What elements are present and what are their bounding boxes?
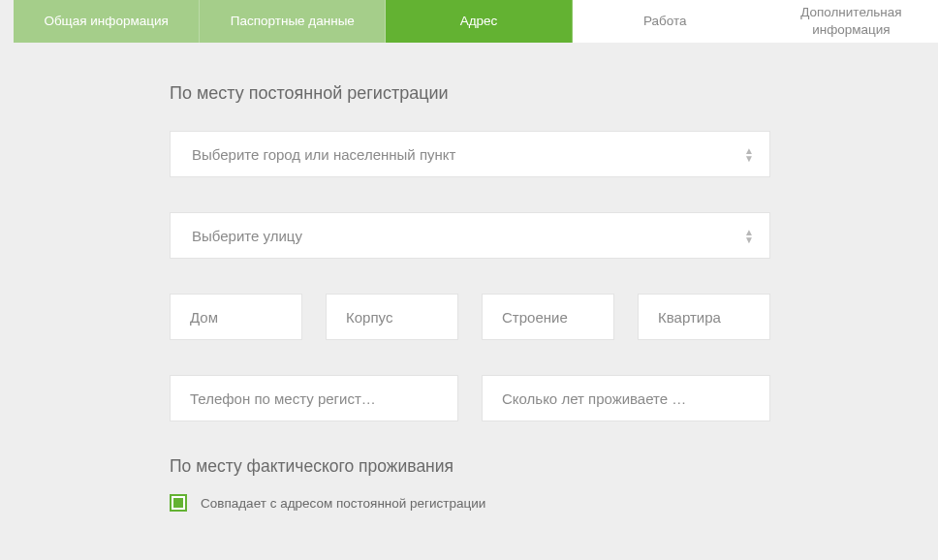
tab-work[interactable]: Работа	[573, 0, 759, 43]
phone-input[interactable]	[170, 375, 458, 421]
phone-years-row	[170, 375, 770, 421]
address-parts-row	[170, 294, 770, 340]
section-registration-title: По месту постоянной регистрации	[170, 83, 770, 104]
years-input[interactable]	[482, 375, 770, 421]
form-container: По месту постоянной регистрации Выберите…	[170, 43, 770, 512]
city-select-placeholder: Выберите город или населенный пункт	[192, 146, 455, 163]
sort-icon: ▲▼	[744, 147, 754, 162]
tab-additional[interactable]: Дополнительная информация	[759, 0, 938, 43]
building-input[interactable]	[326, 294, 458, 340]
same-address-row: Совпадает с адресом постоянной регистрац…	[170, 494, 770, 512]
street-select[interactable]: Выберите улицу ▲▼	[170, 212, 770, 259]
same-address-checkbox[interactable]	[170, 494, 187, 512]
street-select-placeholder: Выберите улицу	[192, 228, 302, 244]
tab-bar: Общая информация Паспортные данные Адрес…	[14, 0, 938, 43]
same-address-label: Совпадает с адресом постоянной регистрац…	[201, 496, 485, 511]
tab-general[interactable]: Общая информация	[14, 0, 200, 43]
structure-input[interactable]	[482, 294, 614, 340]
sort-icon: ▲▼	[744, 229, 754, 243]
flat-input[interactable]	[638, 294, 770, 340]
tab-address[interactable]: Адрес	[386, 0, 572, 43]
section-actual-title: По месту фактического проживания	[170, 456, 770, 477]
tab-passport[interactable]: Паспортные данные	[200, 0, 386, 43]
checkmark-icon	[173, 498, 183, 508]
city-select[interactable]: Выберите город или населенный пункт ▲▼	[170, 131, 770, 177]
house-input[interactable]	[170, 294, 302, 340]
